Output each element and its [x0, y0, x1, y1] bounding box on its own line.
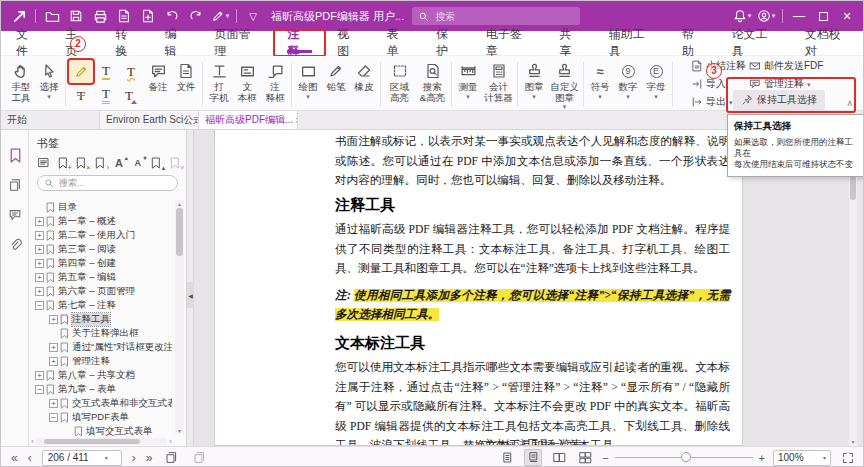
- facing-view-button[interactable]: [550, 449, 568, 466]
- bookmark-search-input[interactable]: [57, 177, 157, 189]
- scrollbar-thumb[interactable]: [44, 439, 140, 444]
- bookmark-item[interactable]: +管理注释: [29, 354, 172, 368]
- menu-tab-proofread[interactable]: 文档校对: [792, 31, 864, 55]
- bookmark-search-box[interactable]: [37, 175, 178, 191]
- underline-tool-button[interactable]: T: [94, 60, 118, 83]
- bookmark-vertical-scrollbar[interactable]: ▴ ▾: [175, 200, 184, 434]
- eraser-tool-button[interactable]: 橡皮: [350, 58, 378, 93]
- account-button[interactable]: ▾: [754, 5, 778, 27]
- collapse-panel-handle[interactable]: ◀: [187, 282, 194, 308]
- save-button[interactable]: [64, 5, 88, 27]
- close-button[interactable]: ×: [835, 5, 859, 27]
- enlarge-bookmark-text-button[interactable]: A▴: [112, 155, 126, 170]
- drawing-tool-button[interactable]: 绘图 ▾: [294, 58, 322, 100]
- email-fdf-button[interactable]: 邮件发送FDF: [749, 59, 823, 73]
- titlebar-search[interactable]: [412, 7, 580, 25]
- notifications-button[interactable]: ▾: [730, 5, 754, 27]
- set-destination-button[interactable]: ›: [93, 155, 107, 170]
- menu-tab-help[interactable]: 帮助: [669, 31, 719, 55]
- document-tab-environ[interactable]: Environ Earth Sci公式.p...: [100, 111, 199, 129]
- letters-button[interactable]: E 字母 ▾: [642, 58, 670, 100]
- bookmark-item[interactable]: 关于注释弹出框: [29, 326, 172, 340]
- search-highlight-button[interactable]: 搜索 &高亮: [416, 58, 449, 103]
- export-document-button[interactable]: [112, 5, 136, 27]
- attachments-panel-button[interactable]: [1, 230, 29, 260]
- bookmark-item[interactable]: +通过“属性”对话框更改注释外观: [29, 340, 172, 354]
- menu-tab-protect[interactable]: 保护: [423, 31, 473, 55]
- single-page-view-button[interactable]: [498, 449, 516, 466]
- last-page-button[interactable]: »: [146, 451, 153, 465]
- stamp-tool-button[interactable]: 图章 ▾: [520, 58, 548, 100]
- comments-panel-button[interactable]: [1, 200, 29, 230]
- numbers-button[interactable]: 9 数字 ▾: [614, 58, 642, 100]
- bookmark-item[interactable]: +第八章 – 共享文档: [29, 368, 172, 382]
- bookmark-item[interactable]: +第四章 – 创建: [29, 256, 172, 270]
- bookmark-item[interactable]: +第三章 – 阅读: [29, 242, 172, 256]
- keep-tool-selected-button[interactable]: 保持工具选择: [733, 90, 825, 110]
- import-comments-button[interactable]: 导入: [691, 77, 746, 91]
- area-highlight-button[interactable]: 区域 高亮: [383, 58, 416, 103]
- menu-tab-share[interactable]: 共享: [546, 31, 596, 55]
- bookmark-item[interactable]: +交互式表单和非交互式表单: [29, 396, 172, 410]
- maximize-button[interactable]: [811, 5, 835, 27]
- panel-menu-button[interactable]: [37, 155, 51, 170]
- textbox-tool-button[interactable]: 文 本框: [233, 58, 261, 103]
- menu-tab-organize[interactable]: 页面管理: [201, 31, 274, 55]
- bookmark-item[interactable]: 填写交互式表单: [29, 424, 172, 436]
- strikeout-tool-button[interactable]: T: [69, 84, 93, 107]
- promote-bookmark-button[interactable]: ▴: [150, 155, 164, 170]
- typewriter-tool-button[interactable]: 打 字机: [205, 58, 233, 103]
- menu-tab-esign[interactable]: 电子签章: [473, 31, 546, 55]
- highlight-tool-button[interactable]: [69, 60, 93, 83]
- menu-tab-view[interactable]: 视图: [324, 31, 374, 55]
- measure-tool-button[interactable]: 测量 ▾: [454, 58, 482, 100]
- menu-tab-accessibility[interactable]: 辅助工具: [596, 31, 669, 55]
- menu-tab-form[interactable]: 表单: [374, 31, 424, 55]
- document-vertical-scrollbar[interactable]: ▴ ▾: [849, 130, 857, 446]
- redo-button[interactable]: [184, 5, 208, 27]
- first-page-button[interactable]: «: [11, 451, 18, 465]
- bookmark-item-selected[interactable]: +注释工具: [29, 312, 172, 326]
- delete-bookmark-button[interactable]: ×: [75, 155, 89, 170]
- pencil-tool-button[interactable]: 铅笔: [322, 58, 350, 93]
- add-bookmark-button[interactable]: +: [56, 155, 70, 170]
- bookmark-item[interactable]: −填写PDF表单: [29, 410, 172, 424]
- replace-text-tool-button[interactable]: T: [94, 84, 118, 107]
- pages-panel-button[interactable]: [1, 170, 29, 200]
- quick-tool-button[interactable]: ▾: [208, 5, 232, 27]
- calculator-button[interactable]: 会计 计算器: [482, 58, 515, 103]
- panel-divider[interactable]: ◀: [187, 130, 194, 446]
- zoom-slider[interactable]: − +: [602, 452, 765, 464]
- reduce-bookmark-text-button[interactable]: A▾: [131, 155, 145, 170]
- menu-tab-comment[interactable]: 注释: [275, 31, 325, 55]
- bookmark-item[interactable]: +第六章 – 页面管理: [29, 284, 172, 298]
- hand-tool-button[interactable]: 手型 工具: [7, 58, 35, 103]
- duplicate-view-button[interactable]: [190, 449, 208, 466]
- customize-toolbar-button[interactable]: ▽: [241, 5, 265, 27]
- print-button[interactable]: [88, 5, 112, 27]
- bookmarks-panel-button[interactable]: [1, 140, 29, 170]
- zoom-level-select[interactable]: 100% ▾: [773, 450, 831, 466]
- insert-text-tool-button[interactable]: T: [119, 84, 143, 107]
- open-file-button[interactable]: [40, 5, 64, 27]
- collapse-ribbon-button[interactable]: ∧: [846, 98, 853, 108]
- bookmark-item[interactable]: +第一章 – 概述: [29, 214, 172, 228]
- fullscreen-button[interactable]: [839, 449, 857, 466]
- callout-tool-button[interactable]: 注 释框: [261, 58, 289, 103]
- next-page-button[interactable]: ›: [132, 451, 136, 465]
- file-attachment-button[interactable]: 文件: [172, 58, 200, 93]
- menu-tab-convert[interactable]: 转换: [102, 31, 152, 55]
- note-tool-button[interactable]: 备注: [144, 58, 172, 93]
- search-input[interactable]: [433, 10, 553, 23]
- menu-tab-edit[interactable]: 编辑: [152, 31, 202, 55]
- previous-page-button[interactable]: ‹: [28, 451, 32, 465]
- bookmark-item[interactable]: +第二章 – 使用入门: [29, 228, 172, 242]
- scrollbar-thumb[interactable]: [176, 208, 183, 256]
- minimize-button[interactable]: —: [787, 5, 811, 27]
- close-tab-icon[interactable]: ×: [293, 115, 298, 126]
- menu-tab-file[interactable]: 文件: [3, 31, 53, 55]
- start-tab[interactable]: 开始: [1, 111, 100, 129]
- bookmark-horizontal-scrollbar[interactable]: ‹ ›: [31, 437, 172, 446]
- page-number-input[interactable]: [43, 451, 105, 464]
- pdf-page[interactable]: 书面注解或标记，以表示对某一事实或观点表达个人见解和态度的解释、说明或陈述。您可…: [214, 130, 743, 446]
